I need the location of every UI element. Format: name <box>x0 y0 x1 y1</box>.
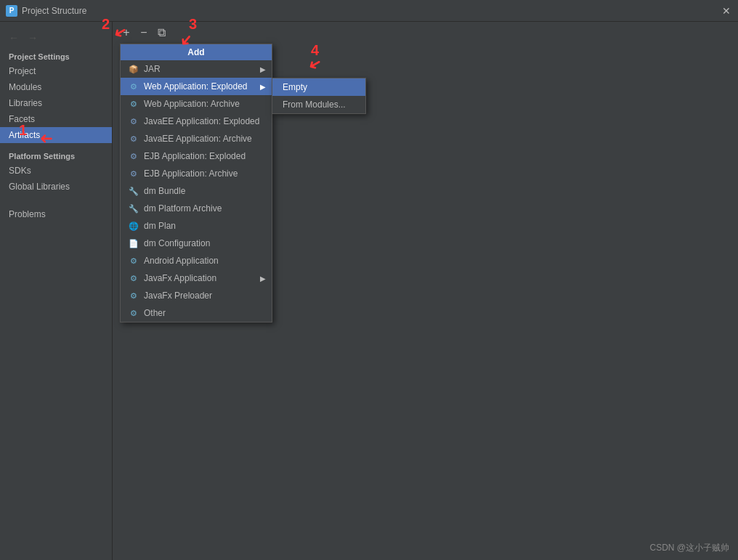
web-exploded-icon: ⚙ <box>128 81 139 92</box>
dropdown-item-web-exploded[interactable]: ⚙ Web Application: Exploded ▶ Empty From… <box>121 78 272 95</box>
dropdown-item-android[interactable]: ⚙ Android Application <box>121 252 272 269</box>
sidebar-item-artifacts[interactable]: Artifacts <box>0 127 112 143</box>
sidebar-item-problems[interactable]: Problems <box>0 206 112 222</box>
android-icon: ⚙ <box>128 255 139 267</box>
sidebar-item-sdks[interactable]: SDKs <box>0 163 112 179</box>
dm-config-icon: 📄 <box>128 238 139 249</box>
dropdown-item-dm-plan[interactable]: 🌐 dm Plan <box>121 217 272 235</box>
add-button[interactable]: + <box>118 25 134 41</box>
javafx-preloader-icon: ⚙ <box>128 290 139 301</box>
main-layout: ← → Project Settings Project Modules Lib… <box>0 22 738 560</box>
dropdown-item-ejb-exploded[interactable]: ⚙ EJB Application: Exploded <box>121 147 272 165</box>
dropdown-header: Add <box>121 44 272 60</box>
dropdown-item-javafx[interactable]: ⚙ JavaFx Application ▶ <box>121 269 272 287</box>
dropdown-item-javaee-exploded[interactable]: ⚙ JavaEE Application: Exploded <box>121 113 272 130</box>
dropdown-item-other[interactable]: ⚙ Other <box>121 304 272 322</box>
app-icon: P <box>6 5 17 17</box>
javaee-exploded-icon: ⚙ <box>128 115 139 127</box>
sidebar-item-modules[interactable]: Modules <box>0 79 112 95</box>
arrow-icon-javafx: ▶ <box>260 275 266 283</box>
window-controls: ✕ <box>721 5 732 17</box>
dropdown-item-javafx-preloader[interactable]: ⚙ JavaFx Preloader <box>121 287 272 304</box>
remove-button[interactable]: − <box>136 25 152 41</box>
sidebar: ← → Project Settings Project Modules Lib… <box>0 22 113 560</box>
javaee-archive-icon: ⚙ <box>128 133 139 145</box>
close-button[interactable]: ✕ <box>721 5 732 17</box>
web-archive-icon: ⚙ <box>128 98 139 110</box>
dm-plan-icon: 🌐 <box>128 220 139 232</box>
sidebar-item-global-libraries[interactable]: Global Libraries <box>0 179 112 195</box>
content-area: + − ⧉ Add 📦 JAR ▶ ⚙ Web Application: Exp… <box>113 22 738 560</box>
dm-platform-icon: 🔧 <box>128 203 139 214</box>
submenu-item-empty[interactable]: Empty <box>272 78 365 96</box>
dropdown-menu: Add 📦 JAR ▶ ⚙ Web Application: Exploded … <box>120 44 272 322</box>
dm-bundle-icon: 🔧 <box>128 185 139 197</box>
forward-button[interactable]: → <box>25 31 41 45</box>
sidebar-item-facets[interactable]: Facets <box>0 111 112 127</box>
dropdown-item-javaee-archive[interactable]: ⚙ JavaEE Application: Archive <box>121 130 272 147</box>
other-icon: ⚙ <box>128 307 139 319</box>
back-button[interactable]: ← <box>6 31 22 45</box>
window-title: Project Structure <box>22 6 721 16</box>
nav-arrows: ← → <box>0 28 112 48</box>
arrow-icon-web: ▶ <box>260 83 266 91</box>
project-settings-title: Project Settings <box>0 48 112 63</box>
ejb-archive-icon: ⚙ <box>128 168 139 179</box>
ejb-exploded-icon: ⚙ <box>128 150 139 162</box>
dropdown-item-dm-config[interactable]: 📄 dm Configuration <box>121 235 272 252</box>
sidebar-item-libraries[interactable]: Libraries <box>0 95 112 111</box>
dropdown-item-dm-bundle[interactable]: 🔧 dm Bundle <box>121 182 272 200</box>
javafx-icon: ⚙ <box>128 272 139 284</box>
platform-settings-title: Platform Settings <box>0 147 112 163</box>
submenu: Empty From Modules... <box>272 78 366 114</box>
dropdown-item-ejb-archive[interactable]: ⚙ EJB Application: Archive <box>121 165 272 182</box>
add-dropdown: Add 📦 JAR ▶ ⚙ Web Application: Exploded … <box>120 44 272 322</box>
jar-icon: 📦 <box>128 63 139 75</box>
dropdown-item-jar[interactable]: 📦 JAR ▶ <box>121 60 272 78</box>
watermark: CSDN @这小子贼帅 <box>649 542 729 554</box>
copy-button[interactable]: ⧉ <box>153 25 169 41</box>
sidebar-item-project[interactable]: Project <box>0 63 112 79</box>
dropdown-item-dm-platform[interactable]: 🔧 dm Platform Archive <box>121 200 272 217</box>
submenu-item-from-modules[interactable]: From Modules... <box>272 96 365 113</box>
arrow-icon: ▶ <box>260 65 266 73</box>
dropdown-item-web-archive[interactable]: ⚙ Web Application: Archive <box>121 95 272 113</box>
title-bar: P Project Structure ✕ <box>0 0 738 22</box>
